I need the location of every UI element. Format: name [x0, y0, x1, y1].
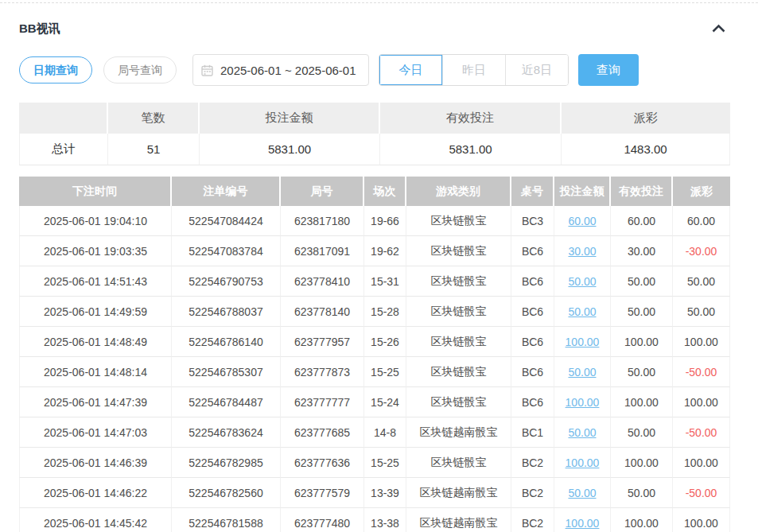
bet-id-cell: 522546790753: [172, 266, 281, 297]
game-type-cell: 区块链骰宝: [406, 236, 511, 266]
table-row: 2025-06-01 14:48:14 522546785307 6237778…: [19, 357, 730, 387]
bet-amount-cell: 100.00: [554, 508, 611, 532]
bet-amount-link[interactable]: 100.00: [566, 517, 600, 530]
payout-cell: 100.00: [673, 327, 730, 357]
payout-cell: -30.00: [673, 236, 730, 266]
quick-btn-yesterday[interactable]: 昨日: [442, 55, 505, 85]
bet-amount-cell: 50.00: [554, 266, 611, 297]
table-no-cell: BC6: [511, 357, 554, 387]
bet-amount-link[interactable]: 100.00: [566, 456, 600, 469]
session-cell: 15-24: [364, 387, 406, 417]
table-row: 2025-06-01 14:49:59 522546788037 6237781…: [19, 297, 730, 327]
valid-bet-cell: 50.00: [611, 478, 673, 508]
summary-total-label: 总计: [19, 134, 108, 165]
bet-table-header-row: 下注时间 注单编号 局号 场次 游戏类别 桌号 投注金额 有效投注 派彩: [19, 177, 730, 206]
bet-id-cell: 522546783624: [172, 417, 281, 448]
summary-table: 笔数 投注金额 有效投注 派彩 总计 51 5831.00 5831.00 14…: [19, 103, 730, 165]
page-title: BB视讯: [19, 21, 60, 37]
summary-bet-amount-value: 5831.00: [200, 134, 380, 165]
valid-bet-cell: 100.00: [611, 508, 673, 532]
session-cell: 13-39: [364, 478, 406, 508]
bet-amount-cell: 60.00: [554, 206, 611, 236]
bet-time-cell: 2025-06-01 14:47:03: [19, 417, 172, 448]
round-id-cell: 623777873: [281, 357, 364, 387]
summary-header-blank: [19, 103, 108, 134]
bet-time-cell: 2025-06-01 14:48:49: [19, 327, 172, 357]
bet-amount-link[interactable]: 50.00: [568, 275, 596, 288]
table-no-cell: BC6: [511, 327, 554, 357]
bet-amount-link[interactable]: 30.00: [568, 245, 596, 258]
bet-time-cell: 2025-06-01 14:48:14: [19, 357, 172, 387]
game-type-cell: 区块链骰宝: [406, 266, 511, 297]
game-type-cell: 区块链越南骰宝: [406, 417, 511, 448]
betting-records-panel: BB视讯 日期查询 局号查询 2025-06-01 ~ 2025-06-01 今…: [0, 0, 758, 532]
calendar-icon: [201, 64, 213, 76]
summary-header-row: 笔数 投注金额 有效投注 派彩: [19, 103, 730, 134]
date-range-value: 2025-06-01 ~ 2025-06-01: [220, 64, 356, 77]
bet-table-body: 2025-06-01 19:04:10 522547084424 6238171…: [19, 206, 730, 532]
bet-amount-cell: 100.00: [554, 387, 611, 417]
bet-time-cell: 2025-06-01 14:46:22: [19, 478, 172, 508]
bet-amount-cell: 100.00: [554, 448, 611, 478]
round-query-tab[interactable]: 局号查询: [103, 56, 177, 83]
valid-bet-cell: 100.00: [611, 327, 673, 357]
bet-amount-cell: 100.00: [554, 327, 611, 357]
payout-cell: 50.00: [673, 297, 730, 327]
round-id-cell: 623777685: [281, 417, 364, 448]
valid-bet-cell: 50.00: [611, 266, 673, 297]
collapse-section-button[interactable]: [710, 21, 727, 37]
table-row: 2025-06-01 19:04:10 522547084424 6238171…: [19, 206, 730, 236]
bet-amount-cell: 50.00: [554, 297, 611, 327]
summary-count-value: 51: [108, 134, 200, 165]
round-id-cell: 623777957: [281, 327, 364, 357]
round-id-cell: 623778410: [281, 266, 364, 297]
table-no-cell: BC6: [511, 236, 554, 266]
col-header-session: 场次: [364, 177, 406, 206]
table-no-cell: BC6: [511, 297, 554, 327]
bet-amount-link[interactable]: 50.00: [568, 426, 596, 439]
valid-bet-cell: 50.00: [611, 357, 673, 387]
bet-amount-cell: 50.00: [554, 357, 611, 387]
bet-time-cell: 2025-06-01 14:46:39: [19, 448, 172, 478]
table-no-cell: BC6: [511, 266, 554, 297]
table-no-cell: BC3: [511, 206, 554, 236]
table-row: 2025-06-01 14:47:39 522546784487 6237777…: [19, 387, 730, 417]
payout-cell: -50.00: [673, 478, 730, 508]
bet-id-cell: 522547084424: [172, 206, 281, 236]
valid-bet-cell: 50.00: [611, 417, 673, 448]
round-id-cell: 623777480: [281, 508, 364, 532]
table-no-cell: BC2: [511, 508, 554, 532]
payout-cell: 100.00: [673, 448, 730, 478]
game-type-cell: 区块链越南骰宝: [406, 508, 511, 532]
bet-id-cell: 522546786140: [172, 327, 281, 357]
summary-payout-value: 1483.00: [562, 134, 730, 165]
table-row: 2025-06-01 14:47:03 522546783624 6237776…: [19, 417, 730, 448]
session-cell: 15-28: [364, 297, 406, 327]
session-cell: 15-31: [364, 266, 406, 297]
bet-amount-link[interactable]: 60.00: [568, 215, 596, 227]
bet-amount-link[interactable]: 50.00: [568, 487, 596, 499]
game-type-cell: 区块链骰宝: [406, 448, 511, 478]
date-range-input[interactable]: 2025-06-01 ~ 2025-06-01: [192, 54, 369, 86]
quick-btn-today[interactable]: 今日: [379, 55, 442, 85]
search-button[interactable]: 查询: [578, 54, 639, 86]
session-cell: 15-26: [364, 327, 406, 357]
bet-time-cell: 2025-06-01 19:04:10: [19, 206, 172, 236]
date-query-tab[interactable]: 日期查询: [19, 56, 92, 83]
quick-btn-last8days[interactable]: 近8日: [505, 55, 568, 85]
bet-id-cell: 522546788037: [172, 297, 281, 327]
bet-amount-link[interactable]: 100.00: [566, 336, 600, 348]
bet-time-cell: 2025-06-01 19:03:35: [19, 236, 172, 266]
bet-amount-link[interactable]: 50.00: [568, 305, 596, 318]
session-cell: 14-8: [364, 417, 406, 448]
bet-amount-link[interactable]: 100.00: [566, 396, 600, 409]
game-type-cell: 区块链骰宝: [406, 297, 511, 327]
bet-id-cell: 522546782985: [172, 448, 281, 478]
bet-amount-link[interactable]: 50.00: [568, 366, 596, 379]
round-id-cell: 623777579: [281, 478, 364, 508]
table-no-cell: BC2: [511, 448, 554, 478]
summary-header-valid-bet: 有效投注: [380, 103, 562, 134]
table-no-cell: BC6: [511, 387, 554, 417]
bet-amount-cell: 50.00: [554, 417, 611, 448]
table-no-cell: BC1: [511, 417, 554, 448]
